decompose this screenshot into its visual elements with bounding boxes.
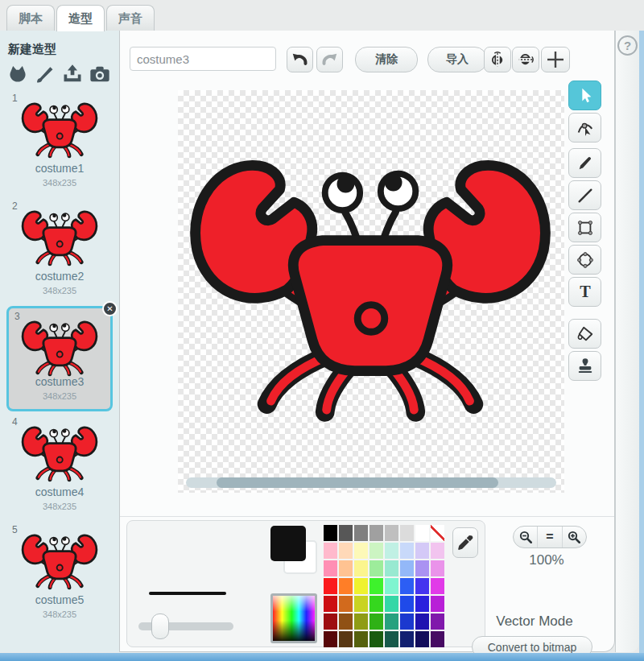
palette-swatch[interactable] [400, 543, 414, 559]
costume-item-3[interactable]: ✕ 3 costume3 348x235 [6, 306, 113, 411]
palette-swatch[interactable] [339, 596, 353, 612]
palette-swatch[interactable] [354, 631, 368, 647]
palette-swatch[interactable] [431, 560, 444, 576]
palette-swatch[interactable] [385, 525, 398, 541]
palette-swatch[interactable] [324, 543, 337, 559]
tab-sounds[interactable]: 声音 [106, 5, 155, 31]
tab-costumes[interactable]: 造型 [56, 5, 105, 31]
palette-swatch[interactable] [339, 560, 353, 576]
palette-swatch[interactable] [369, 631, 383, 647]
palette-swatch[interactable] [415, 631, 429, 647]
palette-swatch[interactable] [339, 613, 353, 630]
palette-swatch[interactable] [324, 525, 337, 541]
palette-swatch[interactable] [385, 596, 398, 612]
zoom-reset-button[interactable]: = [537, 527, 561, 547]
palette-swatch[interactable] [339, 631, 353, 647]
palette-swatch[interactable] [400, 525, 414, 541]
costume-item-1[interactable]: 1 costume1 348x235 [6, 90, 113, 196]
palette-swatch[interactable] [415, 578, 429, 594]
paint-new-costume-button[interactable] [34, 63, 56, 85]
palette-swatch[interactable] [369, 543, 383, 559]
palette-swatch[interactable] [354, 596, 368, 612]
palette-swatch[interactable] [369, 560, 383, 576]
palette-swatch[interactable] [324, 613, 337, 630]
palette-swatch[interactable] [324, 596, 337, 612]
drawing-canvas[interactable] [178, 90, 564, 493]
flip-vertical-button[interactable] [512, 47, 539, 72]
palette-swatch[interactable] [324, 578, 337, 594]
palette-swatch[interactable] [385, 578, 398, 594]
palette-swatch[interactable] [431, 613, 444, 630]
rainbow-gradient-picker[interactable] [270, 593, 317, 643]
palette-swatch[interactable] [339, 525, 353, 541]
tool-stamp-button[interactable] [568, 351, 601, 381]
palette-swatch[interactable] [354, 560, 368, 576]
tool-select-button[interactable] [568, 81, 601, 110]
palette-swatch[interactable] [385, 543, 398, 559]
costume-item-4[interactable]: 4 costume4 348x235 [6, 414, 113, 519]
palette-swatch[interactable] [369, 578, 383, 594]
tool-ellipse-button[interactable] [568, 245, 601, 275]
palette-swatch[interactable] [354, 525, 368, 541]
zoom-out-button[interactable] [514, 527, 537, 547]
camera-costume-button[interactable] [89, 63, 111, 85]
help-button[interactable]: ? [617, 35, 638, 56]
palette-swatch[interactable] [385, 560, 398, 576]
stroke-width-slider-thumb[interactable] [151, 613, 169, 639]
flip-horizontal-button[interactable] [484, 47, 511, 72]
palette-swatch[interactable] [354, 543, 368, 559]
palette-swatch[interactable] [415, 596, 429, 612]
palette-swatch[interactable] [400, 631, 414, 647]
set-costume-center-button[interactable] [541, 47, 570, 72]
palette-swatch[interactable] [369, 596, 383, 612]
palette-swatch[interactable] [339, 543, 353, 559]
delete-costume-button[interactable]: ✕ [102, 301, 118, 316]
canvas-hscrollbar-track[interactable] [186, 477, 556, 488]
palette-swatch[interactable] [400, 560, 414, 576]
palette-swatch[interactable] [431, 525, 444, 541]
undo-button[interactable] [287, 47, 313, 72]
costume-name: costume2 [6, 270, 113, 283]
eyedropper-button[interactable] [452, 527, 478, 558]
costume-item-2[interactable]: 2 costume2 348x235 [6, 198, 113, 304]
palette-swatch[interactable] [400, 578, 414, 594]
palette-swatch[interactable] [415, 613, 429, 630]
import-button[interactable]: 导入 [427, 47, 487, 72]
palette-swatch[interactable] [431, 578, 444, 594]
tool-pencil-button[interactable] [568, 148, 601, 178]
palette-swatch[interactable] [431, 596, 444, 612]
palette-swatch[interactable] [369, 613, 383, 630]
palette-swatch[interactable] [400, 596, 414, 612]
palette-swatch[interactable] [431, 631, 444, 647]
palette-swatch[interactable] [400, 613, 414, 630]
palette-swatch[interactable] [415, 543, 429, 559]
tool-line-button[interactable] [568, 180, 601, 210]
palette-swatch[interactable] [369, 525, 383, 541]
palette-swatch[interactable] [354, 613, 368, 630]
clear-button[interactable]: 清除 [355, 47, 418, 72]
foreground-color-swatch[interactable] [270, 526, 306, 561]
palette-swatch[interactable] [385, 631, 398, 647]
palette-swatch[interactable] [339, 578, 353, 594]
palette-swatch[interactable] [415, 560, 429, 576]
palette-swatch[interactable] [431, 543, 444, 559]
tool-fill-button[interactable] [568, 319, 601, 349]
canvas-hscrollbar-thumb[interactable] [217, 477, 498, 488]
costume-name-input[interactable] [130, 47, 276, 71]
stroke-width-slider[interactable] [138, 622, 233, 630]
tool-text-button[interactable]: T [568, 277, 601, 307]
zoom-in-button[interactable] [562, 527, 586, 547]
costume-item-5[interactable]: 5 costume5 348x235 [6, 522, 113, 627]
tab-scripts[interactable]: 脚本 [6, 5, 55, 31]
new-costume-from-library-button[interactable] [6, 63, 29, 85]
redo-icon [321, 52, 338, 68]
palette-swatch[interactable] [415, 525, 429, 541]
tool-reshape-button[interactable] [568, 113, 601, 143]
tool-rectangle-button[interactable] [568, 213, 601, 242]
palette-swatch[interactable] [324, 631, 337, 647]
palette-swatch[interactable] [354, 578, 368, 594]
palette-swatch[interactable] [324, 560, 337, 576]
redo-button[interactable] [316, 47, 343, 72]
upload-costume-button[interactable] [61, 63, 84, 85]
palette-swatch[interactable] [385, 613, 398, 630]
